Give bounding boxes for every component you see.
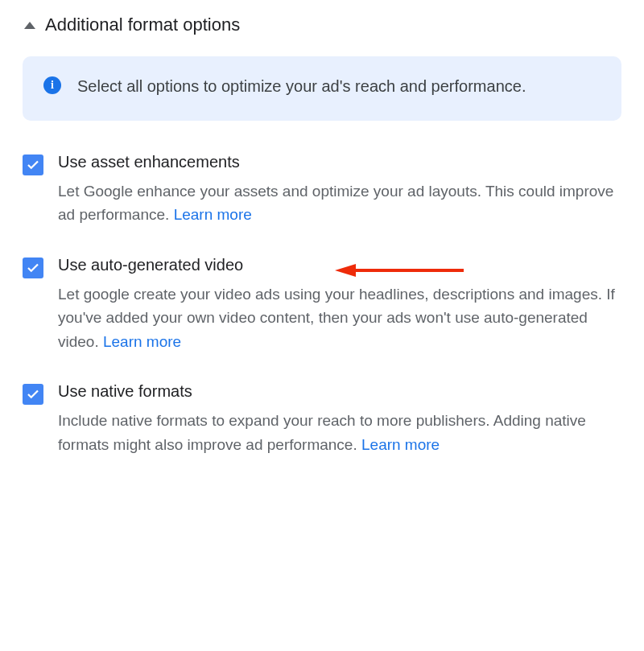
checkbox-native-formats[interactable] bbox=[23, 384, 43, 405]
checkmark-icon bbox=[26, 158, 40, 172]
learn-more-link[interactable]: Learn more bbox=[103, 333, 181, 350]
option-content: Use auto-generated video Let google crea… bbox=[58, 256, 621, 353]
option-content: Use native formats Include native format… bbox=[58, 382, 621, 456]
learn-more-link[interactable]: Learn more bbox=[361, 436, 440, 453]
learn-more-link[interactable]: Learn more bbox=[174, 206, 252, 223]
section-title: Additional format options bbox=[45, 14, 240, 35]
section-toggle[interactable]: Additional format options bbox=[23, 14, 621, 35]
info-icon: i bbox=[43, 76, 61, 94]
option-asset-enhancements: Use asset enhancements Let Google enhanc… bbox=[23, 153, 621, 227]
checkmark-icon bbox=[26, 261, 40, 275]
option-description: Include native formats to expand your re… bbox=[58, 409, 621, 456]
option-description: Let Google enhance your assets and optim… bbox=[58, 179, 621, 227]
option-desc-text: Include native formats to expand your re… bbox=[58, 412, 586, 452]
option-content: Use asset enhancements Let Google enhanc… bbox=[58, 153, 621, 227]
info-banner: i Select all options to optimize your ad… bbox=[23, 56, 621, 121]
option-title: Use auto-generated video bbox=[58, 256, 621, 274]
option-native-formats: Use native formats Include native format… bbox=[23, 382, 621, 456]
chevron-up-icon bbox=[24, 22, 35, 29]
option-title: Use asset enhancements bbox=[58, 153, 621, 171]
option-desc-text: Let Google enhance your assets and optim… bbox=[58, 183, 613, 223]
checkmark-icon bbox=[26, 387, 40, 402]
option-auto-generated-video: Use auto-generated video Let google crea… bbox=[23, 256, 621, 353]
checkbox-auto-generated-video[interactable] bbox=[23, 258, 43, 278]
option-description: Let google create your video ads using y… bbox=[58, 282, 621, 353]
info-banner-text: Select all options to optimize your ad's… bbox=[77, 74, 526, 98]
option-title: Use native formats bbox=[58, 382, 621, 401]
checkbox-asset-enhancements[interactable] bbox=[23, 155, 43, 175]
